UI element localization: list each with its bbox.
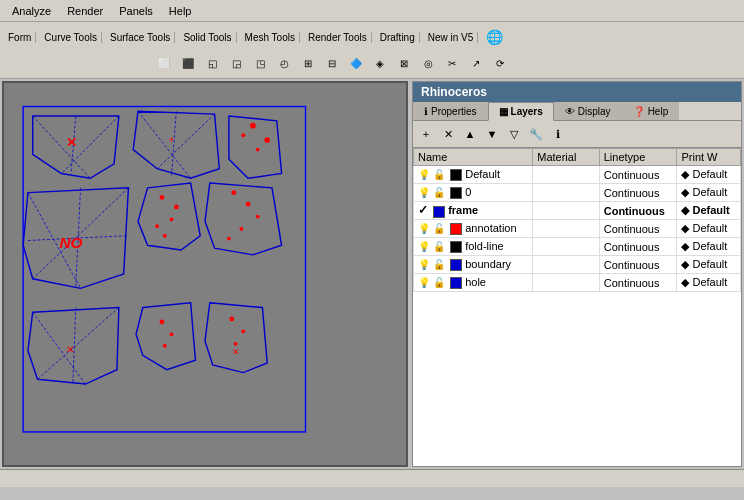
toolbar-mesh-tools[interactable]: Mesh Tools [241, 32, 300, 43]
color-swatch[interactable] [450, 259, 462, 271]
layer-linetype: Continuous [599, 202, 677, 220]
help-icon: ❓ [633, 106, 645, 117]
layer-print-w: ◆ Default [677, 166, 741, 184]
svg-point-41 [160, 319, 165, 324]
toolbar-new-v5[interactable]: New in V5 [424, 32, 479, 43]
layer-material [533, 256, 600, 274]
tb-btn-14[interactable]: ↗ [465, 52, 487, 74]
layer-material [533, 202, 600, 220]
tb-btn-7[interactable]: ⊞ [297, 52, 319, 74]
tb-btn-6[interactable]: ◴ [273, 52, 295, 74]
svg-point-31 [246, 202, 251, 207]
info-btn[interactable]: ℹ [548, 124, 568, 144]
col-material: Material [533, 149, 600, 166]
menu-help[interactable]: Help [161, 3, 200, 19]
tab-layers[interactable]: ▦ Layers [488, 102, 554, 121]
tb-btn-9[interactable]: 🔷 [345, 52, 367, 74]
tb-btn-3[interactable]: ◱ [201, 52, 223, 74]
move-down-btn[interactable]: ▼ [482, 124, 502, 144]
bulb-icon: 💡 [418, 223, 430, 234]
tb-btn-4[interactable]: ◲ [225, 52, 247, 74]
table-row[interactable]: 💡 🔓 annotation Continuous ◆ Default [414, 220, 741, 238]
menu-panels[interactable]: Panels [111, 3, 161, 19]
pattern-drawing: ✕ + NO [4, 83, 406, 465]
move-up-btn[interactable]: ▲ [460, 124, 480, 144]
tb-btn-11[interactable]: ⊠ [393, 52, 415, 74]
layer-linetype: Continuous [599, 274, 677, 292]
tab-display[interactable]: 👁 Display [554, 102, 622, 120]
tb-btn-10[interactable]: ◈ [369, 52, 391, 74]
svg-text:✕: ✕ [232, 347, 240, 357]
layer-material [533, 184, 600, 202]
layer-material [533, 166, 600, 184]
viewport[interactable]: ✕ + NO [2, 81, 408, 467]
toolbar-globe-icon[interactable]: 🌐 [483, 26, 505, 48]
table-row[interactable]: ✓ frame Continuous ◆ Default [414, 202, 741, 220]
toolbar-curve-tools[interactable]: Curve Tools [40, 32, 102, 43]
svg-point-33 [239, 227, 243, 231]
tb-btn-13[interactable]: ✂ [441, 52, 463, 74]
layers-toolbar: + ✕ ▲ ▼ ▽ 🔧 ℹ [413, 121, 741, 148]
color-swatch[interactable] [450, 169, 462, 181]
bulb-icon: 💡 [418, 187, 430, 198]
toolbar-form[interactable]: Form [4, 32, 36, 43]
menu-analyze[interactable]: Analyze [4, 3, 59, 19]
color-swatch[interactable] [433, 206, 445, 218]
svg-point-28 [163, 234, 167, 238]
svg-text:✕: ✕ [66, 135, 77, 150]
menu-bar: Analyze Render Panels Help [0, 0, 744, 22]
color-swatch[interactable] [450, 187, 462, 199]
delete-layer-btn[interactable]: ✕ [438, 124, 458, 144]
toolbar-labels-row: Form Curve Tools Surface Tools Solid Too… [2, 24, 742, 50]
main-area: ✕ + NO [0, 79, 744, 469]
svg-text:✕: ✕ [66, 344, 74, 355]
lock-icon: 🔓 [433, 187, 445, 198]
layer-print-w: ◆ Default [677, 238, 741, 256]
layer-name: 💡 🔓 annotation [414, 220, 533, 238]
color-swatch[interactable] [450, 223, 462, 235]
col-name: Name [414, 149, 533, 166]
svg-point-27 [155, 224, 159, 228]
svg-point-24 [160, 195, 165, 200]
add-layer-btn[interactable]: + [416, 124, 436, 144]
col-linetype: Linetype [599, 149, 677, 166]
color-swatch[interactable] [450, 277, 462, 289]
col-print-w: Print W [677, 149, 741, 166]
properties-icon: ℹ [424, 106, 428, 117]
bulb-icon: 💡 [418, 169, 430, 180]
svg-text:NO: NO [60, 234, 83, 251]
tb-btn-15[interactable]: ⟳ [489, 52, 511, 74]
layer-print-w: ◆ Default [677, 184, 741, 202]
layer-linetype: Continuous [599, 238, 677, 256]
svg-point-43 [163, 344, 167, 348]
table-row[interactable]: 💡 🔓 hole Continuous ◆ Default [414, 274, 741, 292]
tb-btn-5[interactable]: ◳ [249, 52, 271, 74]
svg-point-13 [250, 123, 256, 129]
layer-name: 💡 🔓 boundary [414, 256, 533, 274]
bulb-icon: 💡 [418, 241, 430, 252]
layer-material [533, 274, 600, 292]
tb-btn-12[interactable]: ◎ [417, 52, 439, 74]
menu-render[interactable]: Render [59, 3, 111, 19]
tb-btn-2[interactable]: ⬛ [177, 52, 199, 74]
tab-help[interactable]: ❓ Help [622, 102, 680, 120]
toolbar-render-tools[interactable]: Render Tools [304, 32, 372, 43]
svg-point-42 [170, 332, 174, 336]
tb-btn-8[interactable]: ⊟ [321, 52, 343, 74]
table-row[interactable]: 💡 🔓 fold-line Continuous ◆ Default [414, 238, 741, 256]
toolbar-solid-tools[interactable]: Solid Tools [179, 32, 236, 43]
bulb-icon: 💡 [418, 277, 430, 288]
tb-btn-1[interactable]: ⬜ [153, 52, 175, 74]
filter-btn[interactable]: ▽ [504, 124, 524, 144]
layer-print-w: ◆ Default [677, 274, 741, 292]
color-swatch[interactable] [450, 241, 462, 253]
table-row[interactable]: 💡 🔓 0 Continuous ◆ Default [414, 184, 741, 202]
tab-properties[interactable]: ℹ Properties [413, 102, 488, 120]
toolbar-drafting[interactable]: Drafting [376, 32, 420, 43]
table-row[interactable]: 💡 🔓 Default Continuous ◆ Default [414, 166, 741, 184]
layers-table[interactable]: Name Material Linetype Print W 💡 🔓 Defau… [413, 148, 741, 466]
wrench-btn[interactable]: 🔧 [526, 124, 546, 144]
toolbar-surface-tools[interactable]: Surface Tools [106, 32, 175, 43]
svg-point-25 [174, 205, 179, 210]
table-row[interactable]: 💡 🔓 boundary Continuous ◆ Default [414, 256, 741, 274]
